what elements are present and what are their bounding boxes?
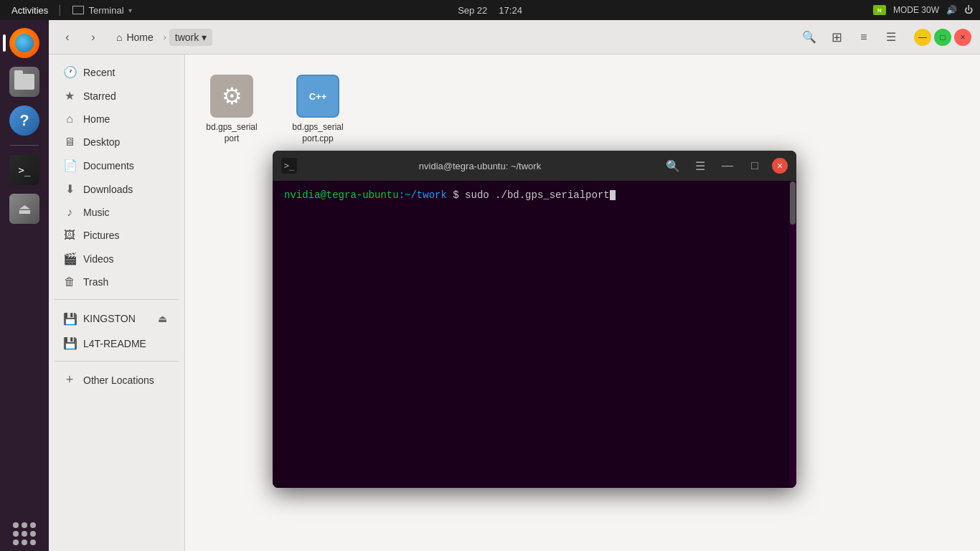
view-icons-button[interactable]: ⊞ xyxy=(825,26,848,49)
terminal-prompt-dir: :~/twork xyxy=(399,189,447,201)
terminal-header-icon: >_ xyxy=(281,158,297,174)
terminal-scrollbar-thumb[interactable] xyxy=(790,182,796,225)
eject-button-kingston[interactable]: ⏏ xyxy=(154,311,170,326)
sidebar-item-music[interactable]: ♪ Music xyxy=(52,202,182,223)
view-list-button[interactable]: ≡ xyxy=(852,26,875,49)
nav-back-button[interactable]: ‹ xyxy=(57,27,77,47)
trash-icon: 🗑 xyxy=(63,276,76,288)
breadcrumb-current-folder[interactable]: twork ▾ xyxy=(169,29,212,46)
search-button[interactable]: 🔍 xyxy=(798,26,821,49)
sidebar-item-label: Home xyxy=(83,113,110,125)
sidebar-item-home[interactable]: ⌂ Home xyxy=(52,108,182,130)
dock-item-usb[interactable]: ⏏ xyxy=(7,192,42,226)
terminal-window: >_ nvidia@tegra-ubuntu: ~/twork 🔍 ☰ — □ … xyxy=(273,151,796,488)
sidebar-item-pictures[interactable]: 🖼 Pictures xyxy=(52,225,182,246)
downloads-icon: ⬇ xyxy=(63,182,76,196)
music-icon: ♪ xyxy=(63,206,76,219)
forward-icon: › xyxy=(91,31,95,44)
files-icon xyxy=(9,67,39,97)
terminal-body[interactable]: nvidia@tegra-ubuntu:~/twork $ sudo ./bd.… xyxy=(273,181,789,488)
terminal-prompt-dollar: $ xyxy=(447,189,465,201)
window-controls: — □ × xyxy=(914,29,971,46)
nvidia-mode-label: MODE 30W xyxy=(893,5,939,15)
home-label: Home xyxy=(126,32,153,43)
file-label: bd.gps_serialport.cpp xyxy=(291,122,344,144)
sidebar-item-trash[interactable]: 🗑 Trash xyxy=(52,271,182,293)
sidebar-item-videos[interactable]: 🎬 Videos xyxy=(52,248,182,270)
gear-file-icon: ⚙ xyxy=(210,75,253,118)
topbar-time: 17:24 xyxy=(499,5,522,16)
dropdown-chevron-icon: ▾ xyxy=(202,32,207,43)
l4t-readme-icon: 💾 xyxy=(63,336,76,350)
terminal-scrollbar[interactable] xyxy=(789,181,796,488)
grid-dot xyxy=(13,531,19,537)
file-item-bd-gps-serialport[interactable]: ⚙ bd.gps_serialport xyxy=(199,69,264,150)
dock-item-grid[interactable] xyxy=(7,517,42,551)
file-label: bd.gps_serialport xyxy=(205,122,258,144)
dock-item-help[interactable]: ? xyxy=(7,103,42,138)
menu-icon: ☰ xyxy=(886,30,896,44)
videos-icon: 🎬 xyxy=(63,252,76,265)
terminal-taskbar-item[interactable]: Terminal ▾ xyxy=(67,4,137,17)
gear-symbol: ⚙ xyxy=(222,83,242,110)
header-actions: 🔍 ⊞ ≡ ☰ xyxy=(798,26,903,49)
grid-icon xyxy=(9,519,39,549)
terminal-menu-icon: ☰ xyxy=(695,159,705,173)
sidebar-item-label: Videos xyxy=(83,253,114,265)
sidebar-item-downloads[interactable]: ⬇ Downloads xyxy=(52,178,182,200)
nav-forward-button[interactable]: › xyxy=(83,27,103,47)
dock-item-terminal[interactable]: >_ xyxy=(7,153,42,187)
home-icon: ⌂ xyxy=(116,32,122,43)
sidebar-item-desktop[interactable]: 🖥 Desktop xyxy=(52,131,182,153)
sidebar-item-l4t-readme[interactable]: 💾 L4T-README xyxy=(52,332,182,354)
dock-item-firefox[interactable] xyxy=(7,26,42,60)
usb-icon: ⏏ xyxy=(9,194,39,224)
topbar-right: N MODE 30W 🔊 ⏻ xyxy=(873,5,973,15)
sidebar-item-label: Recent xyxy=(83,67,115,78)
minimize-button[interactable]: — xyxy=(914,29,931,46)
help-symbol: ? xyxy=(19,111,29,130)
view-list-icon: ≡ xyxy=(860,31,867,44)
terminal-minimize-button[interactable]: — xyxy=(717,156,738,176)
pictures-icon: 🖼 xyxy=(63,229,76,242)
sidebar-item-kingston[interactable]: 💾 KINGSTON ⏏ xyxy=(52,306,182,331)
sidebar-item-documents[interactable]: 📄 Documents xyxy=(52,154,182,176)
terminal-line: nvidia@tegra-ubuntu:~/twork $ sudo ./bd.… xyxy=(284,189,778,201)
sidebar-item-starred[interactable]: ★ Starred xyxy=(52,85,182,107)
menu-button[interactable]: ☰ xyxy=(880,26,903,49)
topbar: Activities | Terminal ▾ Sep 22 17:24 N M… xyxy=(0,0,980,20)
topbar-center: Sep 22 17:24 xyxy=(458,5,522,16)
breadcrumb-home[interactable]: ⌂ Home xyxy=(109,29,161,46)
terminal-max-icon: □ xyxy=(751,159,758,172)
sidebar-item-label: Desktop xyxy=(83,136,120,148)
terminal-prompt-user: nvidia@tegra-ubuntu xyxy=(284,189,399,201)
terminal-close-button[interactable]: × xyxy=(772,158,788,174)
volume-icon[interactable]: 🔊 xyxy=(946,5,957,15)
dock-item-files[interactable] xyxy=(7,65,42,99)
desktop-icon: 🖥 xyxy=(63,136,76,149)
sidebar-item-recent[interactable]: 🕐 Recent xyxy=(52,61,182,83)
sidebar-item-label: Starred xyxy=(83,90,116,102)
starred-icon: ★ xyxy=(63,89,76,103)
sidebar-item-label: Trash xyxy=(83,276,108,288)
sidebar: 🕐 Recent ★ Starred ⌂ Home 🖥 Desktop 📄 Do… xyxy=(49,55,185,551)
grid-dot xyxy=(22,522,27,528)
sidebar-item-other-locations[interactable]: + Other Locations xyxy=(52,368,182,392)
window-icon xyxy=(72,6,84,14)
terminal-icon-symbol: >_ xyxy=(284,161,294,171)
folder-icon-inner xyxy=(14,74,34,90)
close-button[interactable]: × xyxy=(954,29,971,46)
sidebar-item-label: Other Locations xyxy=(83,375,154,386)
power-icon[interactable]: ⏻ xyxy=(964,5,973,15)
sidebar-device-label: KINGSTON xyxy=(83,313,136,324)
terminal-menu-button[interactable]: ☰ xyxy=(690,156,710,176)
terminal-search-button[interactable]: 🔍 xyxy=(663,156,683,176)
terminal-controls: 🔍 ☰ — □ × xyxy=(663,156,788,176)
grid-dot xyxy=(22,531,27,537)
nvidia-icon: N xyxy=(873,5,886,15)
file-item-bd-gps-serialport-cpp[interactable]: C++ bd.gps_serialport.cpp xyxy=(286,69,350,150)
maximize-button[interactable]: □ xyxy=(934,29,951,46)
terminal-maximize-button[interactable]: □ xyxy=(745,156,765,176)
activities-button[interactable]: Activities xyxy=(7,5,52,16)
cpp-file-icon: C++ xyxy=(296,75,339,118)
